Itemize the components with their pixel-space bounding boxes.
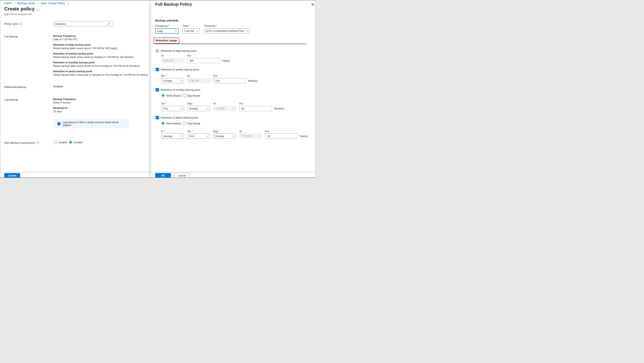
- retention-range-heading: Retention range: [156, 39, 177, 42]
- monthly-at-label: At: [213, 102, 216, 105]
- summary-heading: Retention of monthly backup point: [53, 61, 148, 64]
- yearly-for-input[interactable]: [265, 133, 298, 139]
- backup-schedule-heading: Backup schedule: [155, 19, 178, 22]
- required-marker: *: [216, 24, 218, 27]
- yearly-day-dropdown[interactable]: Sunday: [213, 133, 236, 139]
- monthly-for-input[interactable]: [239, 106, 272, 111]
- enable-radio[interactable]: [54, 140, 57, 144]
- time-label: Time*: [182, 24, 190, 27]
- frequency-label: Frequency*: [155, 24, 169, 27]
- yearly-retention-label: Retention of yearly backup point: [161, 116, 198, 119]
- info-icon: i: [57, 122, 60, 125]
- summary-heading: Backup Frequency: [53, 98, 76, 101]
- differential-backup-value: Disabled: [53, 85, 63, 88]
- monthly-day-label: Day*: [187, 102, 194, 105]
- breadcrumb: Home Backup center Start: Create Policy: [4, 1, 70, 5]
- weekly-retention-label: Retention of weekly backup point: [161, 68, 199, 71]
- create-policy-pane: Home Backup center Start: Create Policy …: [0, 0, 151, 178]
- summary-text: Retain backup taken every month on First…: [53, 64, 148, 68]
- create-button[interactable]: Create: [4, 173, 20, 178]
- sql-compression-label: SQL Backup Compression i: [4, 141, 39, 144]
- policy-name-input[interactable]: [53, 21, 113, 26]
- log-backup-summary: Backup FrequencyEvery 2 hour(s) Retained…: [53, 98, 76, 115]
- timezone-dropdown[interactable]: (UTC) Coordinated Universal Time: [204, 28, 250, 34]
- monthly-day-dropdown[interactable]: Sunday: [187, 106, 210, 111]
- log-backup-label: Log Backup: [4, 98, 18, 101]
- breadcrumb-backup-center[interactable]: Backup center: [17, 1, 35, 5]
- disable-radio[interactable]: [69, 140, 72, 144]
- chevron-down-icon: [206, 107, 208, 109]
- yearly-week-based-radio[interactable]: [161, 121, 165, 125]
- chevron-down-icon: [206, 134, 208, 137]
- panel-title: Full Backup Policy: [155, 2, 192, 7]
- chevron-down-icon: [180, 107, 182, 109]
- weekly-for-input[interactable]: [213, 78, 246, 83]
- chevron-down-icon: [258, 134, 260, 137]
- yearly-day-based-radio[interactable]: [182, 121, 186, 125]
- weekly-at-dropdown: 7:30 PM: [187, 78, 211, 83]
- summary-heading: Retention of weekly backup point: [53, 52, 148, 55]
- summary-text: Daily at 7:30 PM UTC: [53, 38, 148, 41]
- summary-heading: Retention of daily backup point: [53, 43, 148, 47]
- summary-text: 15 days: [53, 110, 76, 113]
- daily-at-label: At: [161, 54, 164, 57]
- monthly-day-based-radio[interactable]: [182, 94, 186, 97]
- full-backup-label: Full Backup: [4, 35, 18, 38]
- summary-text: Every 2 hour(s): [53, 101, 76, 104]
- retention-range-rule: [155, 44, 306, 44]
- chevron-right-icon: [37, 2, 39, 4]
- yearly-in-dropdown[interactable]: January: [161, 133, 184, 139]
- enable-radio-label[interactable]: Enable: [59, 141, 67, 144]
- yearly-retention-checkbox[interactable]: [156, 116, 159, 119]
- monthly-on-dropdown[interactable]: First: [161, 106, 184, 111]
- summary-heading: Retained for: [53, 106, 76, 110]
- retention-range-annotation: Retention range: [154, 38, 179, 44]
- time-dropdown[interactable]: 7:30 PM: [182, 28, 200, 34]
- cancel-button[interactable]: Cancel: [174, 173, 190, 178]
- daily-for-input[interactable]: [187, 58, 220, 63]
- monthly-on-label: On*: [161, 102, 166, 105]
- yearly-week-based-label[interactable]: Week Based: [166, 122, 181, 125]
- differential-backup-label: Differential Backup: [4, 85, 26, 88]
- frequency-dropdown[interactable]: Daily: [155, 28, 179, 34]
- more-menu-icon[interactable]: [37, 10, 40, 10]
- chevron-right-icon: [14, 2, 16, 4]
- required-marker: *: [168, 24, 169, 27]
- monthly-day-based-label[interactable]: Day Based: [187, 94, 200, 97]
- daily-unit-label: Day(s): [222, 59, 230, 62]
- disable-radio-label[interactable]: Disable: [74, 141, 82, 144]
- monthly-week-based-label[interactable]: Week Based: [166, 94, 181, 97]
- monthly-retention-checkbox[interactable]: [156, 88, 159, 91]
- required-marker: *: [164, 130, 165, 133]
- required-marker: *: [166, 102, 166, 105]
- chevron-down-icon: [232, 107, 234, 109]
- weekly-unit-label: Week(s): [248, 79, 258, 82]
- required-marker: *: [192, 130, 192, 133]
- yearly-day-based-label[interactable]: Day Based: [187, 122, 200, 125]
- chevron-right-icon: [67, 2, 69, 4]
- info-icon: i: [20, 22, 23, 25]
- yearly-on-dropdown[interactable]: First: [187, 133, 210, 139]
- yearly-for-label: For: [265, 130, 269, 133]
- monthly-unit-label: Month(s): [274, 107, 284, 110]
- summary-heading: Backup Frequency: [53, 34, 148, 38]
- breadcrumb-home[interactable]: Home: [4, 1, 12, 5]
- required-marker: *: [193, 102, 194, 105]
- yearly-at-dropdown: 7:30 PM: [239, 133, 262, 139]
- breadcrumb-start-create-policy[interactable]: Start: Create Policy: [41, 1, 65, 5]
- yearly-day-label: Day*: [213, 130, 220, 133]
- full-backup-summary: Backup FrequencyDaily at 7:30 PM UTC Ret…: [53, 34, 148, 79]
- weekly-for-label: For: [214, 74, 218, 77]
- ok-button[interactable]: OK: [155, 173, 171, 178]
- page-title: Create policy: [4, 6, 35, 12]
- weekly-retention-checkbox[interactable]: [156, 68, 159, 71]
- chevron-down-icon: [180, 59, 182, 61]
- chevron-down-icon: [207, 79, 209, 81]
- weekly-on-dropdown[interactable]: Sunday: [161, 78, 184, 83]
- yearly-on-label: On*: [187, 130, 192, 133]
- monthly-retention-label: Retention of monthly backup point: [161, 88, 200, 91]
- close-icon[interactable]: [311, 3, 314, 6]
- monthly-for-label: For: [239, 102, 244, 105]
- monthly-week-based-radio[interactable]: [161, 94, 165, 97]
- chevron-down-icon: [180, 79, 182, 81]
